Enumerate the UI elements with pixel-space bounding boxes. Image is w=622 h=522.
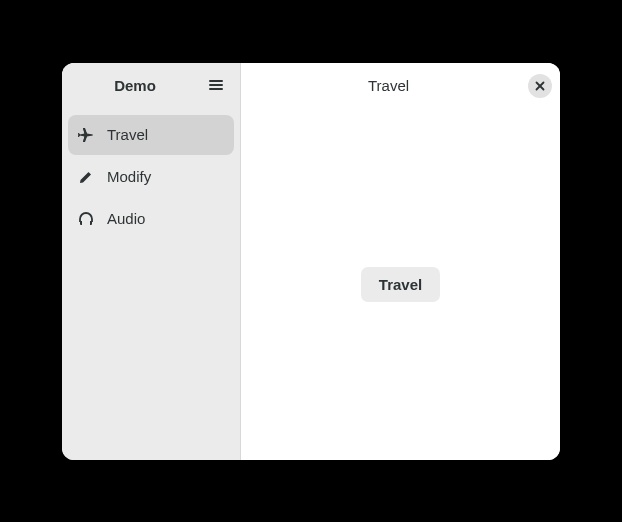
- headphones-icon: [78, 211, 94, 227]
- hamburger-menu-button[interactable]: [200, 69, 232, 101]
- sidebar-item-label: Modify: [107, 168, 151, 185]
- pencil-icon: [78, 169, 94, 185]
- main-window: Demo Travel: [62, 63, 560, 460]
- airplane-icon: [78, 127, 94, 143]
- sidebar: Demo Travel: [62, 63, 241, 460]
- sidebar-item-label: Audio: [107, 210, 145, 227]
- content-pane: Travel Travel: [241, 63, 560, 460]
- close-button[interactable]: [528, 74, 552, 98]
- content-body: Travel: [241, 109, 560, 460]
- sidebar-item-modify[interactable]: Modify: [68, 157, 234, 197]
- sidebar-title: Demo: [70, 77, 200, 94]
- hamburger-icon: [208, 77, 224, 93]
- content-title: Travel: [249, 77, 528, 94]
- sidebar-item-label: Travel: [107, 126, 148, 143]
- content-header: Travel: [241, 63, 560, 109]
- sidebar-list: Travel Modify Audio: [62, 109, 240, 245]
- close-icon: [535, 81, 545, 91]
- sidebar-item-travel[interactable]: Travel: [68, 115, 234, 155]
- travel-button[interactable]: Travel: [361, 267, 440, 302]
- sidebar-item-audio[interactable]: Audio: [68, 199, 234, 239]
- sidebar-header: Demo: [62, 63, 240, 109]
